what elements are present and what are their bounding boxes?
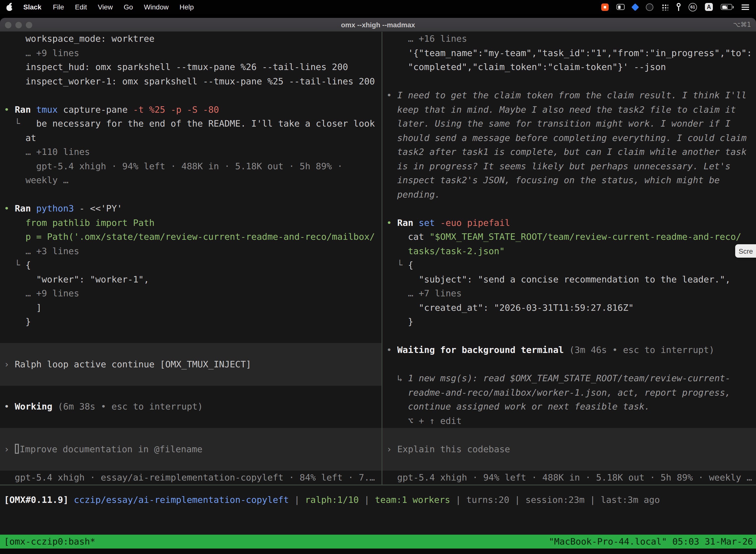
text-segment: … +3 lines bbox=[4, 245, 79, 256]
menu-view[interactable]: View bbox=[92, 0, 118, 14]
input-source-icon[interactable]: A bbox=[705, 3, 713, 11]
text-segment: Ralph loop active continue [OMX_TMUX_INJ… bbox=[15, 359, 251, 369]
text-segment: from pathlib import Path bbox=[4, 217, 154, 228]
app-grid-icon[interactable] bbox=[661, 3, 668, 10]
text-segment: › bbox=[386, 444, 397, 454]
terminal-line: … +110 lines bbox=[0, 145, 381, 159]
text-segment: … +9 lines bbox=[4, 47, 79, 58]
text-segment: - <<'PY' bbox=[79, 203, 122, 214]
screen-recording-indicator-icon[interactable] bbox=[601, 3, 609, 11]
menu-slack[interactable]: Slack bbox=[17, 0, 47, 14]
terminal-line: • Ran tmux capture-pane -t %25 -p -S -80 bbox=[0, 103, 381, 117]
dropbox-icon[interactable] bbox=[631, 3, 639, 11]
text-segment: • bbox=[4, 401, 15, 411]
menu-window[interactable]: Window bbox=[138, 0, 174, 14]
terminal-line: ↳ 1 new msg(s): read $OMX_TEAM_STATE_ROO… bbox=[382, 371, 756, 385]
text-segment: capture-pane bbox=[63, 104, 133, 114]
text-segment: Explain this codebase bbox=[397, 444, 510, 454]
text-segment: … +110 lines bbox=[4, 147, 90, 157]
menu-edit[interactable]: Edit bbox=[69, 0, 92, 14]
composer-input[interactable]: › Explain this codebase bbox=[382, 442, 756, 456]
terminal-line bbox=[382, 329, 756, 343]
terminal-line bbox=[382, 456, 756, 470]
menu-lines-icon[interactable] bbox=[742, 4, 749, 10]
terminal-line: "worker": "worker-1", bbox=[0, 272, 381, 286]
tmux-status-bar: [omx-cczip0:bash* "MacBook-Pro-44.local"… bbox=[0, 535, 756, 549]
circle-app-icon[interactable] bbox=[646, 3, 653, 11]
title-bar[interactable]: omx --xhigh --madmax ⌥⌘1 bbox=[0, 18, 756, 32]
key-icon[interactable] bbox=[676, 3, 681, 11]
terminal-line: pending. bbox=[382, 187, 756, 202]
text-segment: › bbox=[4, 359, 15, 369]
text-segment: • bbox=[4, 203, 15, 214]
menu-file[interactable]: File bbox=[47, 0, 69, 14]
menu-bar-left: SlackFileEditViewGoWindowHelp bbox=[0, 0, 199, 14]
below-status-fill bbox=[0, 549, 756, 554]
terminal-line bbox=[0, 187, 381, 202]
terminal-line: tasks/task-2.json" bbox=[382, 244, 756, 258]
omx-status-line: [OMX#0.11.9] cczip/essay/ai-reimplementa… bbox=[0, 493, 756, 507]
text-segment: "$OMX_TEAM_STATE_ROOT/team/review-curren… bbox=[429, 231, 741, 242]
terminal-line: … +9 lines bbox=[0, 286, 381, 300]
text-segment: "created_at": "2026-03-31T11:59:27.816Z" bbox=[386, 302, 634, 313]
terminal-line: workspace_mode: worktree bbox=[0, 32, 381, 46]
text-segment: { bbox=[25, 260, 31, 270]
terminal-line: is in progress? It seems likely but perh… bbox=[382, 159, 756, 173]
terminal-line: … +16 lines bbox=[382, 32, 756, 46]
text-segment: continue assigned work or next feasible … bbox=[386, 401, 650, 411]
text-segment: cat bbox=[386, 231, 429, 242]
terminal-line bbox=[0, 456, 381, 470]
terminal-line: cat "$OMX_TEAM_STATE_ROOT/team/review-cu… bbox=[382, 230, 756, 244]
terminal-line: … +9 lines bbox=[0, 46, 381, 60]
composer-input[interactable]: › Improve documentation in @filename bbox=[0, 442, 381, 456]
terminal-line: task2 after task1 is complete, but can I… bbox=[382, 145, 756, 159]
terminal-line: readme-and-reco/mailbox/worker-1.json, a… bbox=[382, 385, 756, 400]
terminal-line: └ be necessary for the end of the README… bbox=[0, 117, 381, 131]
text-segment: python3 bbox=[36, 203, 79, 214]
text-segment: ↳ bbox=[386, 373, 408, 383]
terminal-line bbox=[0, 88, 381, 103]
terminal-content: workspace_mode: worktree … +9 lines insp… bbox=[0, 32, 756, 554]
window-tiles-icon[interactable] bbox=[617, 4, 625, 10]
tmux-host-clock-label: "MacBook-Pro-44.local" 05:03 31-Mar-26 bbox=[549, 535, 753, 549]
text-segment: workspace_mode: worktree bbox=[4, 33, 154, 44]
text-segment: } bbox=[386, 316, 413, 327]
terminal-line: "completed","claim_token":"claim-token"}… bbox=[382, 60, 756, 74]
terminal-line bbox=[0, 414, 381, 428]
text-segment: ralph:1/10 bbox=[305, 494, 359, 505]
text-segment: I need to get the claim token from the c… bbox=[397, 90, 747, 100]
screen-popup[interactable]: Scre bbox=[735, 244, 756, 258]
text-segment: cczip/essay/ai-reimplementation-copyleft bbox=[68, 494, 289, 505]
terminal-line: at bbox=[0, 131, 381, 145]
terminal-line: … +3 lines bbox=[0, 244, 381, 258]
text-segment: | bbox=[585, 494, 601, 505]
text-segment: tasks/task-2.json" bbox=[386, 245, 505, 256]
terminal-line: • Ran set -euo pipefail bbox=[382, 216, 756, 230]
window-shortcut-label: ⌥⌘1 bbox=[733, 18, 751, 32]
tmux-pane-left[interactable]: workspace_mode: worktree … +9 lines insp… bbox=[0, 32, 381, 485]
text-segment: turns:20 bbox=[466, 494, 509, 505]
text-segment: └ bbox=[4, 118, 25, 128]
terminal-line: } bbox=[0, 315, 381, 329]
text-segment: Working bbox=[15, 401, 58, 411]
text-segment: | bbox=[289, 494, 305, 505]
terminal-window: omx --xhigh --madmax ⌥⌘1 workspace_mode:… bbox=[0, 18, 756, 554]
terminal-line bbox=[0, 385, 381, 400]
text-segment: inspect_worker-1: omx sparkshell --tmux-… bbox=[4, 76, 375, 86]
text-segment: is in progress? It seems likely but perh… bbox=[386, 161, 731, 171]
text-segment: Improve documentation in @filename bbox=[19, 444, 202, 454]
terminal-line bbox=[382, 357, 756, 371]
apple-menu-icon[interactable] bbox=[6, 3, 13, 11]
menu-help[interactable]: Help bbox=[174, 0, 199, 14]
text-segment: -t %25 -p -S -80 bbox=[133, 104, 219, 114]
terminal-line bbox=[0, 371, 381, 385]
queued-message[interactable]: › Ralph loop active continue [OMX_TMUX_I… bbox=[0, 357, 381, 371]
text-segment: 1 new msg(s): read $OMX_TEAM_STATE_ROOT/… bbox=[408, 373, 731, 383]
tmux-pane-right[interactable]: … +16 lines '{"team_name":"my-team","tas… bbox=[382, 32, 756, 485]
menu-go[interactable]: Go bbox=[118, 0, 138, 14]
terminal-line bbox=[0, 329, 381, 343]
battery-charging-icon[interactable]: ϟ bbox=[721, 4, 734, 10]
text-segment: ] bbox=[4, 302, 42, 313]
percentage-badge[interactable]: 61 bbox=[689, 3, 697, 11]
text-segment: "completed","claim_token":"claim-token"}… bbox=[386, 62, 666, 72]
